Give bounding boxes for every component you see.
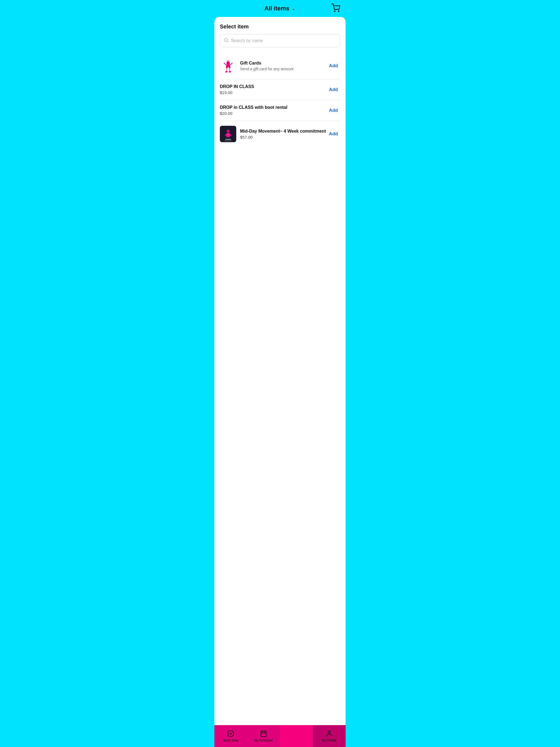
- add-gift-cards-button[interactable]: Add: [327, 62, 340, 70]
- list-item: DROP IN CLASS $15.00 Add: [220, 79, 340, 100]
- nav-label-book-now: Book Now: [223, 739, 238, 742]
- chevron-down-icon: ⌄: [291, 5, 296, 11]
- list-item: kangoo Gift Cards Send a gift card for a…: [220, 53, 340, 79]
- section-title: Select item: [220, 24, 340, 30]
- item-image-journey: JOURNEY FITNESS STUDIO: [220, 126, 236, 142]
- gift-card-logo: kangoo: [221, 58, 236, 74]
- nav-item-my-profile[interactable]: My Profile: [313, 725, 346, 747]
- book-now-icon: [227, 730, 234, 737]
- main-content: Select item: [214, 17, 346, 725]
- cart-button[interactable]: [331, 4, 340, 14]
- journey-logo: JOURNEY FITNESS STUDIO: [221, 127, 236, 141]
- nav-item-my-schedule[interactable]: My Schedule: [247, 725, 280, 747]
- svg-text:JOURNEY: JOURNEY: [225, 138, 231, 140]
- svg-point-0: [334, 11, 335, 12]
- svg-point-1: [338, 11, 339, 12]
- add-mid-day-movement-button[interactable]: Add: [327, 130, 340, 138]
- nav-label-my-profile: My Profile: [322, 739, 336, 742]
- item-price: $57.00: [240, 135, 327, 139]
- svg-point-20: [328, 731, 331, 733]
- header-title-wrapper[interactable]: All items ⌄: [264, 5, 296, 12]
- item-price: $20.00: [220, 111, 327, 115]
- item-image-gift-card: kangoo: [220, 58, 236, 74]
- item-price: $15.00: [220, 90, 327, 95]
- nav-item-store[interactable]: Store: [280, 725, 313, 747]
- svg-point-6: [225, 71, 228, 73]
- item-name: Gift Cards: [240, 61, 327, 66]
- cart-icon: [331, 4, 340, 12]
- header: All items ⌄: [214, 0, 346, 17]
- item-name: DROP in CLASS with boot rental: [220, 105, 327, 110]
- search-icon: [224, 38, 229, 44]
- item-details: DROP IN CLASS $15.00: [220, 84, 327, 95]
- bottom-navigation: Book Now My Schedule Store My Profile: [214, 725, 346, 747]
- search-container: [220, 34, 340, 47]
- search-input[interactable]: [220, 34, 340, 47]
- svg-rect-14: [261, 731, 266, 737]
- svg-text:kangoo: kangoo: [226, 60, 230, 61]
- svg-point-7: [229, 71, 231, 73]
- svg-line-3: [227, 41, 228, 42]
- profile-icon: [326, 730, 333, 737]
- svg-point-18: [295, 736, 296, 736]
- list-item: DROP in CLASS with boot rental $20.00 Ad…: [220, 100, 340, 121]
- item-name: Mid-Day Movement~ 4 Week commitment: [240, 129, 327, 134]
- add-drop-in-class-button[interactable]: Add: [327, 86, 340, 94]
- nav-label-store: Store: [292, 739, 301, 742]
- item-details: DROP in CLASS with boot rental $20.00: [220, 105, 327, 115]
- svg-point-5: [226, 61, 230, 65]
- svg-point-19: [299, 736, 299, 736]
- header-title: All items: [264, 5, 289, 12]
- items-list: kangoo Gift Cards Send a gift card for a…: [220, 53, 340, 147]
- svg-text:FITNESS STUDIO: FITNESS STUDIO: [225, 140, 232, 141]
- nav-label-my-schedule: My Schedule: [254, 739, 273, 742]
- add-drop-in-boot-button[interactable]: Add: [327, 107, 340, 114]
- item-description: Send a gift card for any amount: [240, 67, 327, 71]
- store-icon: [293, 730, 300, 737]
- schedule-icon: [260, 730, 267, 737]
- nav-item-book-now[interactable]: Book Now: [214, 725, 247, 747]
- item-details: Gift Cards Send a gift card for any amou…: [240, 61, 327, 71]
- svg-point-10: [227, 130, 230, 133]
- item-name: DROP IN CLASS: [220, 84, 327, 89]
- list-item: JOURNEY FITNESS STUDIO Mid-Day Movement~…: [220, 121, 340, 147]
- item-details: Mid-Day Movement~ 4 Week commitment $57.…: [240, 129, 327, 139]
